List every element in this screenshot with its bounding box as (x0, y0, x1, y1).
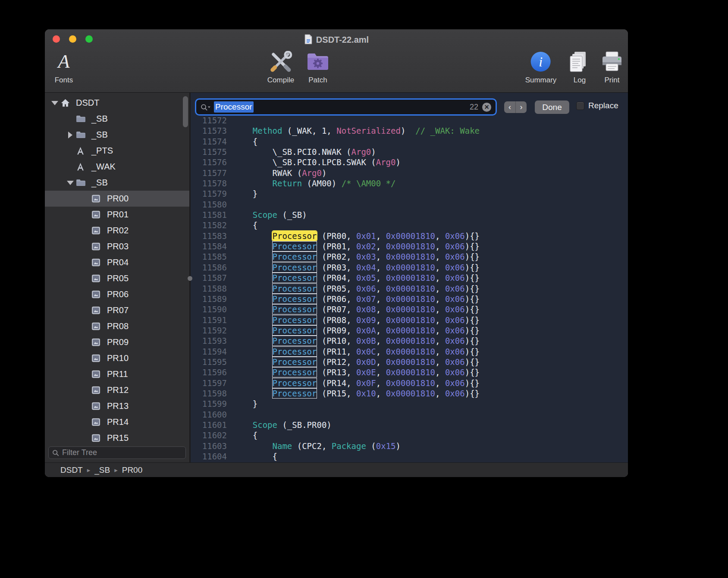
tree-item-pr15[interactable]: PR15 (45, 430, 189, 445)
find-match: Processor (273, 389, 317, 398)
find-match: Processor (273, 315, 317, 325)
disclosure-open-icon[interactable] (49, 101, 60, 105)
line-number: 11576 (191, 157, 227, 167)
code-line[interactable]: 11582 { (191, 220, 628, 230)
tree-item-pr13[interactable]: PR13 (45, 398, 189, 414)
code-line[interactable]: 11587 Processor (PR04, 0x05, 0x00001810,… (191, 273, 628, 283)
code-line[interactable]: 11573 Method (_WAK, 1, NotSerialized) //… (191, 126, 628, 136)
tree-item-_pts[interactable]: _PTS (45, 143, 189, 159)
code-line[interactable]: 11602 { (191, 430, 628, 440)
tree-item-pr02[interactable]: PR02 (45, 223, 189, 239)
code-line[interactable]: 11600 (191, 409, 628, 420)
code-line[interactable]: 11588 Processor (PR05, 0x06, 0x00001810,… (191, 283, 628, 294)
find-match: Processor (273, 357, 317, 367)
find-previous-button[interactable]: ‹ (504, 101, 515, 113)
toolbar-summary-button[interactable]: i Summary (525, 49, 557, 85)
disclosure-open-icon[interactable] (65, 181, 76, 185)
code-line[interactable]: 11580 (191, 199, 628, 210)
tree-item-label: PR05 (107, 273, 129, 283)
line-number: 11596 (191, 367, 227, 377)
code-line[interactable]: 11603 Name (CPC2, Package (0x15) (191, 441, 628, 451)
tree-item-dsdt[interactable]: DSDT (45, 95, 189, 111)
find-field[interactable]: Processor 22 ✕ (195, 98, 497, 116)
toolbar-log-button[interactable]: Log (568, 49, 591, 85)
code-line[interactable]: 11599 } (191, 399, 628, 409)
find-match: Processor (273, 294, 317, 304)
toolbar-patch-button[interactable]: Patch (306, 49, 329, 85)
code-line[interactable]: 11601 Scope (_SB.PR00) (191, 420, 628, 430)
tree-item-pr05[interactable]: PR05 (45, 270, 189, 286)
tree-item-pr01[interactable]: PR01 (45, 207, 189, 223)
tree-item-_sb[interactable]: _SB (45, 111, 189, 127)
disclosure-closed-icon[interactable] (65, 132, 76, 138)
tree-item-pr09[interactable]: PR09 (45, 334, 189, 350)
code-line[interactable]: 11604 { (191, 451, 628, 462)
tree-item-pr10[interactable]: PR10 (45, 350, 189, 366)
sidebar-scrollbar-thumb[interactable] (183, 96, 188, 127)
fonts-icon: A (58, 52, 70, 71)
clear-search-icon[interactable]: ✕ (482, 103, 491, 112)
tree-item-pr06[interactable]: PR06 (45, 286, 189, 302)
code-line[interactable]: 11575 \_SB.PCI0.NWAK (Arg0) (191, 147, 628, 157)
code-line[interactable]: 11581 Scope (_SB) (191, 210, 628, 220)
code-line[interactable]: 11592 Processor (PR09, 0x0A, 0x00001810,… (191, 325, 628, 336)
tree-item-_sb[interactable]: _SB (45, 175, 189, 191)
tree-item-label: PR12 (107, 385, 129, 395)
find-next-button[interactable]: › (515, 101, 527, 113)
splitter-handle[interactable] (188, 276, 192, 281)
code-line[interactable]: 11585 Processor (PR02, 0x03, 0x00001810,… (191, 251, 628, 262)
code-line[interactable]: 11594 Processor (PR11, 0x0C, 0x00001810,… (191, 346, 628, 357)
tree-item-pr00[interactable]: PR00 (45, 191, 189, 207)
replace-checkbox[interactable] (576, 102, 584, 110)
tree-item-pr14[interactable]: PR14 (45, 414, 189, 430)
code-line[interactable]: 11583 Processor (PR00, 0x01, 0x00001810,… (191, 231, 628, 241)
find-query-text: Processor (214, 101, 254, 113)
code-editor[interactable]: Processor 22 ✕ ‹ › Done Replace 11572115… (191, 93, 628, 462)
item-icon (91, 322, 106, 330)
replace-toggle: Replace (576, 101, 618, 110)
code-line[interactable]: 11586 Processor (PR03, 0x04, 0x00001810,… (191, 262, 628, 273)
breadcrumb-item-_sb[interactable]: _SB (94, 465, 110, 475)
toolbar-print-button[interactable]: Print (601, 49, 623, 85)
code-line[interactable]: 11593 Processor (PR10, 0x0B, 0x00001810,… (191, 336, 628, 346)
tree-item-pr08[interactable]: PR08 (45, 318, 189, 334)
tree-item-pr04[interactable]: PR04 (45, 254, 189, 270)
code-line[interactable]: 11589 Processor (PR06, 0x07, 0x00001810,… (191, 294, 628, 304)
toolbar-compile-button[interactable]: Compile (267, 49, 294, 85)
code-line[interactable]: 11576 \_SB.PCI0.LPCB.SWAK (Arg0) (191, 157, 628, 167)
code-line-content (227, 409, 233, 420)
code-line[interactable]: 11598 Processor (PR15, 0x10, 0x00001810,… (191, 388, 628, 399)
line-number: 11589 (191, 294, 227, 304)
tree-item-pr07[interactable]: PR07 (45, 302, 189, 318)
tree-item-label: PR15 (107, 433, 129, 443)
line-number: 11587 (191, 273, 227, 283)
tree-item-pr11[interactable]: PR11 (45, 366, 189, 382)
folder-icon (76, 115, 91, 123)
code-line-content: Processor (PR07, 0x08, 0x00001810, 0x06)… (227, 304, 480, 314)
code-line[interactable]: 11590 Processor (PR07, 0x08, 0x00001810,… (191, 304, 628, 314)
code-line[interactable]: 11578 Return (AM00) /* \AM00 */ (191, 178, 628, 188)
code-line[interactable]: 11577 RWAK (Arg0) (191, 168, 628, 178)
toolbar-fonts-button[interactable]: A Fonts (55, 49, 73, 85)
breadcrumb-item-pr00[interactable]: PR00 (122, 465, 143, 475)
tree-item-pr03[interactable]: PR03 (45, 239, 189, 254)
code-line[interactable]: 11595 Processor (PR12, 0x0D, 0x00001810,… (191, 357, 628, 367)
code-area[interactable]: 1157211573 Method (_WAK, 1, NotSerialize… (191, 115, 628, 462)
code-line[interactable]: 11591 Processor (PR08, 0x09, 0x00001810,… (191, 315, 628, 325)
find-done-button[interactable]: Done (535, 101, 569, 114)
tree-item-pr12[interactable]: PR12 (45, 382, 189, 398)
filter-tree-input[interactable]: Filter Tree (48, 446, 186, 459)
find-match: Processor (273, 326, 317, 335)
code-line[interactable]: 11596 Processor (PR13, 0x0E, 0x00001810,… (191, 367, 628, 377)
tree-item-_wak[interactable]: _WAK (45, 159, 189, 175)
code-line[interactable]: 11597 Processor (PR14, 0x0F, 0x00001810,… (191, 378, 628, 388)
code-line[interactable]: 11584 Processor (PR01, 0x02, 0x00001810,… (191, 241, 628, 251)
toolbar-patch-label: Patch (306, 76, 329, 85)
code-line-content: Scope (_SB) (227, 210, 307, 220)
breadcrumb-item-dsdt[interactable]: DSDT (60, 465, 83, 475)
tree-item-_sb[interactable]: _SB (45, 127, 189, 143)
code-line-content: Method (_WAK, 1, NotSerialized) // _WAK:… (227, 126, 480, 136)
sidebar: DSDT_SB_SB_PTS_WAK_SBPR00PR01PR02PR03PR0… (45, 93, 191, 462)
code-line[interactable]: 11574 { (191, 136, 628, 147)
code-line[interactable]: 11579 } (191, 188, 628, 199)
